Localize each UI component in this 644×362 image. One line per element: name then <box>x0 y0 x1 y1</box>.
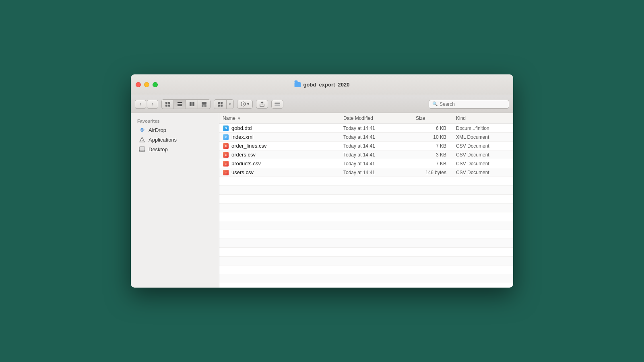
empty-row-4 <box>219 204 513 212</box>
empty-row-10 <box>219 257 513 265</box>
airdrop-icon <box>139 127 145 133</box>
svg-rect-15 <box>221 102 223 104</box>
close-button[interactable] <box>136 82 141 87</box>
title-bar: gobd_export_2020 <box>131 74 513 95</box>
svg-rect-1 <box>168 102 170 104</box>
forward-button[interactable]: › <box>147 100 158 109</box>
file-row-order-lines-csv[interactable]: C order_lines.csv Today at 14:41 7 KB CS… <box>219 142 513 150</box>
toolbar: ‹ › <box>131 95 513 113</box>
desktop-icon <box>139 146 145 152</box>
maximize-button[interactable] <box>153 82 158 87</box>
svg-rect-0 <box>165 102 167 104</box>
finder-window: gobd_export_2020 ‹ › <box>131 74 513 288</box>
folder-icon <box>295 82 301 87</box>
share-button[interactable] <box>256 100 268 109</box>
svg-rect-11 <box>202 105 203 107</box>
nav-buttons: ‹ › <box>135 100 158 109</box>
empty-row-13 <box>219 283 513 288</box>
svg-rect-9 <box>193 102 194 106</box>
action-button[interactable]: ▾ <box>237 100 253 109</box>
sidebar: Favourites AirDrop <box>131 113 219 288</box>
svg-rect-17 <box>221 105 223 107</box>
empty-row-8 <box>219 239 513 248</box>
empty-row-9 <box>219 248 513 257</box>
main-content: Favourites AirDrop <box>131 113 513 288</box>
col-date-modified[interactable]: Date Modified <box>340 115 413 122</box>
svg-rect-25 <box>140 147 144 150</box>
sidebar-item-desktop[interactable]: Desktop <box>132 144 217 154</box>
icon-view-button[interactable] <box>162 100 174 109</box>
sort-arrow: ▼ <box>237 116 241 121</box>
csv-icon-orders: C <box>223 152 229 158</box>
csv-icon-products: C <box>223 160 229 167</box>
dtd-icon: D <box>223 125 229 132</box>
search-icon: 🔍 <box>432 101 438 107</box>
svg-rect-14 <box>218 102 220 104</box>
empty-row-11 <box>219 265 513 274</box>
empty-row-12 <box>219 274 513 283</box>
back-button[interactable]: ‹ <box>135 100 146 109</box>
col-kind[interactable]: Kind <box>453 115 513 122</box>
empty-row-2 <box>219 186 513 195</box>
svg-rect-2 <box>165 105 167 107</box>
svg-rect-26 <box>139 151 145 152</box>
minimize-button[interactable] <box>144 82 149 87</box>
svg-rect-12 <box>204 105 205 107</box>
svg-rect-13 <box>205 105 206 107</box>
view-buttons <box>161 99 211 109</box>
file-row-orders-csv[interactable]: C orders.csv Today at 14:41 3 KB CSV Doc… <box>219 150 513 159</box>
gallery-view-button[interactable] <box>198 100 210 109</box>
traffic-lights <box>136 82 158 87</box>
file-list-area: Name ▼ Date Modified Size Kind <box>219 113 513 288</box>
svg-rect-27 <box>141 152 143 152</box>
file-row-index-xml[interactable]: X index.xml Today at 14:41 10 KB XML Doc… <box>219 133 513 142</box>
applications-icon <box>139 136 145 143</box>
csv-icon-order-lines: C <box>223 143 229 149</box>
svg-rect-5 <box>178 104 182 105</box>
svg-rect-7 <box>190 102 191 106</box>
file-row-users-csv[interactable]: C users.csv Today at 14:41 146 bytes CSV… <box>219 168 513 177</box>
empty-row-3 <box>219 195 513 204</box>
sidebar-section-favourites: Favourites <box>131 116 219 125</box>
sidebar-label-airdrop: AirDrop <box>149 127 166 133</box>
col-name[interactable]: Name ▼ <box>219 115 340 122</box>
csv-icon-users: C <box>223 169 229 176</box>
svg-point-23 <box>142 140 142 141</box>
xml-icon: X <box>223 134 229 140</box>
file-row-gobd-dtd[interactable]: D gobd.dtd Today at 14:41 6 KB Docum...f… <box>219 124 513 133</box>
empty-row-1 <box>219 177 513 186</box>
file-list-header: Name ▼ Date Modified Size Kind <box>219 113 513 124</box>
empty-row-7 <box>219 230 513 239</box>
search-box[interactable]: 🔍 <box>429 100 509 109</box>
svg-rect-8 <box>191 102 192 106</box>
empty-row-5 <box>219 212 513 221</box>
tag-button[interactable] <box>271 100 283 109</box>
svg-rect-16 <box>218 105 220 107</box>
title-bar-center: gobd_export_2020 <box>295 82 350 88</box>
empty-row-6 <box>219 221 513 230</box>
file-list: D gobd.dtd Today at 14:41 6 KB Docum...f… <box>219 124 513 288</box>
search-input[interactable] <box>440 101 506 107</box>
sidebar-label-applications: Applications <box>149 137 177 143</box>
col-size[interactable]: Size <box>413 115 453 122</box>
group-view-button[interactable]: ▾ <box>214 99 234 109</box>
svg-rect-4 <box>178 102 182 103</box>
svg-rect-19 <box>275 103 280 104</box>
column-view-button[interactable] <box>186 100 198 109</box>
sidebar-item-airdrop[interactable]: AirDrop <box>132 125 217 135</box>
sidebar-label-desktop: Desktop <box>149 146 168 152</box>
file-row-products-csv[interactable]: C products.csv Today at 14:41 7 KB CSV D… <box>219 159 513 168</box>
svg-rect-3 <box>168 105 170 107</box>
list-view-button[interactable] <box>174 100 186 109</box>
svg-rect-20 <box>275 105 280 106</box>
svg-rect-6 <box>178 105 182 106</box>
sidebar-item-applications[interactable]: Applications <box>132 135 217 144</box>
svg-point-22 <box>142 130 143 131</box>
window-title: gobd_export_2020 <box>303 82 350 88</box>
svg-rect-10 <box>202 102 206 105</box>
